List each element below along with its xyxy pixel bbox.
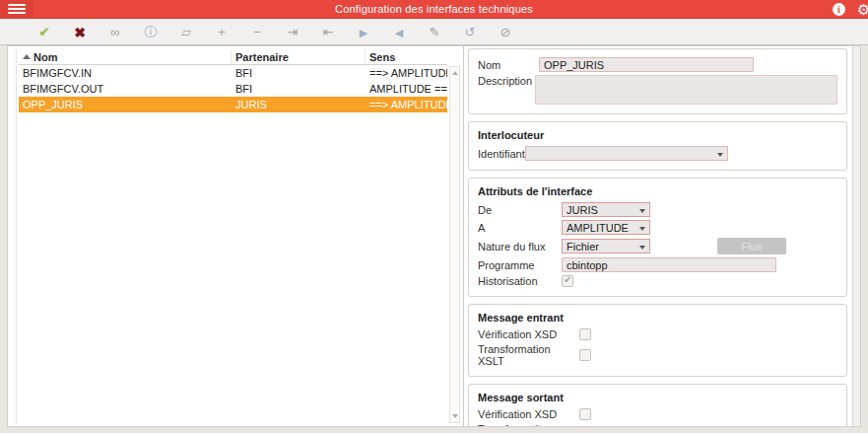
form-scrollbar[interactable] (852, 46, 860, 426)
transformation-xslt-label: Transformation XSLT (478, 423, 579, 426)
title-bar: Configuration des interfaces techniques (0, 0, 868, 19)
column-header-partenaire[interactable]: Partenaire (232, 49, 366, 64)
message-sortant-card: Message sortant Vérification XSD Transfo… (468, 384, 847, 426)
validate-button[interactable]: ✔ (27, 21, 62, 44)
table-row-selected[interactable]: OPP_JURIS JURIS ==> AMPLITUDE (19, 97, 447, 112)
main-content: Nom Partenaire Sens BFIMGFCV.IN BFI ==> … (7, 45, 861, 427)
undo-icon[interactable]: ↺ (452, 21, 488, 44)
interlocuteur-card: Interlocuteur Identifiant (468, 121, 847, 171)
column-header-sens[interactable]: Sens (366, 49, 447, 64)
table-scrollbar[interactable] (449, 66, 460, 423)
transformation-xslt-checkbox[interactable] (579, 349, 591, 361)
sort-ascending-icon (23, 54, 31, 59)
table-header: Nom Partenaire Sens (19, 49, 447, 65)
go-first-button[interactable]: ⇤ (310, 21, 346, 44)
previous-button[interactable]: ◀ (381, 21, 417, 44)
go-last-button[interactable]: ⇥ (275, 21, 310, 44)
scroll-up-icon[interactable] (452, 71, 458, 75)
message-sortant-title: Message sortant (478, 392, 837, 403)
programme-input[interactable] (562, 257, 776, 272)
a-label: A (478, 222, 562, 234)
attributs-title: Attributs de l'interface (478, 185, 837, 197)
toolbar: ✔ ✖ ∞ ⓘ ▱ + − ⇥ ⇤ ▶ ◀ ✎ ↺ ⊘ (0, 20, 868, 45)
de-dropdown[interactable]: JURIS (562, 202, 650, 217)
nature-du-flux-dropdown[interactable]: Fichier (562, 239, 650, 253)
table-row[interactable]: BFIMGFCV.OUT BFI AMPLITUDE ==> (19, 81, 447, 97)
cancel-button[interactable]: ✖ (62, 21, 98, 44)
settings-gear-icon[interactable] (857, 2, 868, 18)
message-entrant-card: Message entrant Vérification XSD Transfo… (468, 304, 847, 377)
table-row[interactable]: BFIMGFCV.IN BFI ==> AMPLITUDE (19, 65, 447, 81)
a-dropdown[interactable]: AMPLITUDE (562, 220, 650, 235)
attributs-card: Attributs de l'interface De JURIS A AMPL… (468, 178, 847, 297)
description-label: Description (478, 75, 535, 87)
search-binoculars-icon[interactable]: ∞ (98, 21, 133, 44)
next-button[interactable]: ▶ (346, 21, 381, 44)
window-title: Configuration des interfaces techniques (0, 3, 868, 15)
edit-pencil-icon[interactable]: ✎ (417, 21, 452, 44)
interlocuteur-title: Interlocuteur (478, 129, 837, 141)
description-textarea[interactable] (535, 75, 837, 105)
flux-button[interactable]: Flux (717, 238, 786, 254)
verification-xsd-checkbox[interactable] (579, 408, 591, 420)
info-icon[interactable] (833, 3, 845, 16)
historisation-checkbox[interactable] (562, 275, 573, 287)
interface-table-panel: Nom Partenaire Sens BFIMGFCV.IN BFI ==> … (8, 46, 464, 426)
open-folder-icon[interactable]: ▱ (168, 21, 204, 44)
scroll-down-icon[interactable] (452, 414, 458, 418)
de-label: De (478, 204, 562, 216)
interface-detail-form: Nom Description Interlocuteur Identifian… (464, 46, 852, 426)
add-button[interactable]: + (204, 21, 239, 44)
programme-label: Programme (478, 259, 562, 271)
transformation-xslt-label: Transformation XSLT (478, 343, 579, 367)
remove-button[interactable]: − (239, 21, 275, 44)
general-card: Nom Description (468, 48, 847, 114)
identifiant-dropdown[interactable] (525, 146, 728, 161)
nature-du-flux-label: Nature du flux (478, 241, 562, 253)
nom-label: Nom (478, 59, 539, 71)
clear-eraser-icon[interactable]: ⊘ (488, 21, 523, 44)
verification-xsd-label: Vérification XSD (478, 328, 579, 340)
historisation-label: Historisation (478, 275, 562, 287)
info-circle-icon[interactable]: ⓘ (133, 21, 168, 44)
message-entrant-title: Message entrant (478, 312, 837, 324)
verification-xsd-checkbox[interactable] (579, 328, 591, 340)
column-header-nom[interactable]: Nom (19, 49, 232, 64)
verification-xsd-label: Vérification XSD (478, 408, 579, 420)
identifiant-label: Identifiant (478, 148, 525, 160)
nom-input[interactable] (539, 57, 754, 72)
